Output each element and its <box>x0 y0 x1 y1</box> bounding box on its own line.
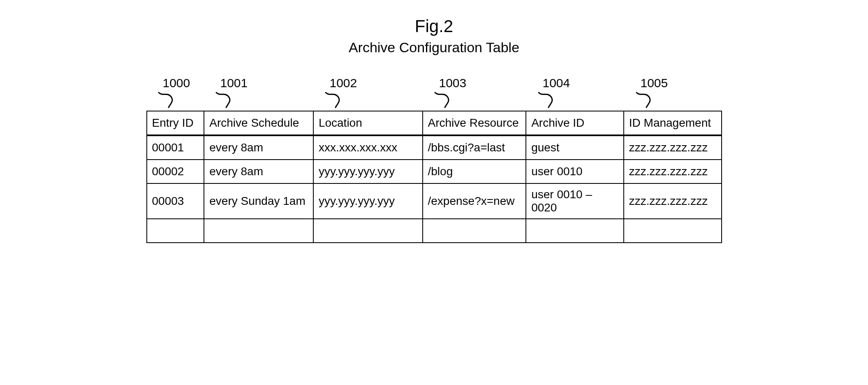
table-header-row: Entry ID Archive Schedule Location Archi… <box>147 111 722 135</box>
col-ref-2: 1002 <box>330 76 357 90</box>
cell-entry-id <box>147 219 204 243</box>
table-row: 00002 every 8am yyy.yyy.yyy.yyy /blog us… <box>147 160 722 183</box>
leader-squiggle-icon <box>535 92 559 108</box>
cell-archive-resource: /bbs.cgi?a=last <box>423 135 526 160</box>
figure-label: Fig.2 <box>146 16 722 36</box>
cell-archive-schedule: every 8am <box>204 135 313 160</box>
column-reference-labels: 1000 1001 1002 1003 1004 <box>146 76 722 108</box>
col-ref-4: 1004 <box>543 76 570 90</box>
cell-id-management: zzz.zzz.zzz.zzz <box>624 160 722 183</box>
header-archive-resource: Archive Resource <box>423 111 526 135</box>
header-archive-schedule: Archive Schedule <box>204 111 313 135</box>
cell-entry-id: 00002 <box>147 160 204 183</box>
table-row: 00003 every Sunday 1am yyy.yyy.yyy.yyy /… <box>147 183 722 219</box>
col-ref-5: 1005 <box>641 76 668 90</box>
cell-archive-id <box>526 219 624 243</box>
leader-squiggle-icon <box>632 92 657 108</box>
cell-location: yyy.yyy.yyy.yyy <box>313 160 423 183</box>
cell-archive-schedule: every Sunday 1am <box>204 183 313 219</box>
col-ref-3: 1003 <box>439 76 467 90</box>
leader-squiggle-icon <box>155 92 179 108</box>
table-row <box>147 219 722 243</box>
cell-archive-id: guest <box>526 135 624 160</box>
header-archive-id: Archive ID <box>526 111 624 135</box>
cell-archive-resource <box>423 219 526 243</box>
cell-archive-schedule: every 8am <box>204 160 313 183</box>
cell-id-management: zzz.zzz.zzz.zzz <box>624 183 722 219</box>
header-id-management: ID Management <box>624 111 722 135</box>
cell-entry-id: 00003 <box>147 183 204 219</box>
leader-squiggle-icon <box>322 92 346 108</box>
cell-location: yyy.yyy.yyy.yyy <box>313 183 423 219</box>
cell-entry-id: 00001 <box>147 135 204 160</box>
cell-archive-id: user 0010 – 0020 <box>526 183 624 219</box>
cell-location <box>313 219 423 243</box>
figure-title: Archive Configuration Table <box>146 39 722 56</box>
archive-config-table: Entry ID Archive Schedule Location Archi… <box>146 111 722 243</box>
cell-archive-resource: /expense?x=new <box>423 183 526 219</box>
col-ref-1: 1001 <box>220 76 248 90</box>
header-entry-id: Entry ID <box>147 111 204 135</box>
cell-archive-id: user 0010 <box>526 160 624 183</box>
leader-squiggle-icon <box>431 92 456 108</box>
table-row: 00001 every 8am xxx.xxx.xxx.xxx /bbs.cgi… <box>147 135 722 160</box>
cell-id-management: zzz.zzz.zzz.zzz <box>624 135 722 160</box>
header-location: Location <box>313 111 423 135</box>
col-ref-0: 1000 <box>163 76 190 90</box>
cell-location: xxx.xxx.xxx.xxx <box>313 135 423 160</box>
cell-archive-resource: /blog <box>423 160 526 183</box>
cell-id-management <box>624 219 722 243</box>
cell-archive-schedule <box>204 219 313 243</box>
leader-squiggle-icon <box>212 92 237 108</box>
